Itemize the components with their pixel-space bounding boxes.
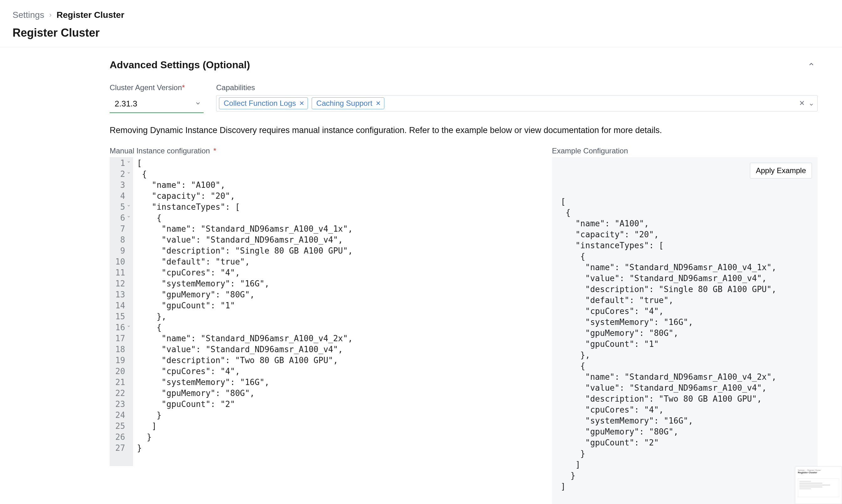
example-config-label: Example Configuration xyxy=(552,146,818,155)
code-line[interactable]: { xyxy=(137,322,353,333)
apply-example-button[interactable]: Apply Example xyxy=(750,163,812,178)
required-mark: * xyxy=(182,83,185,92)
code-line[interactable]: "name": "Standard_ND96amsr_A100_v4_1x", xyxy=(137,223,353,234)
line-number: 12 xyxy=(115,278,125,289)
capabilities-label: Capabilities xyxy=(216,83,818,92)
line-number: 24 xyxy=(115,410,125,421)
line-number: 21 xyxy=(115,377,125,388)
breadcrumb-current: Register Cluster xyxy=(57,10,124,20)
capabilities-input[interactable]: Collect Function Logs✕Caching Support✕ ✕… xyxy=(216,95,818,111)
line-number: 17 xyxy=(115,333,125,344)
line-number: 1 xyxy=(115,158,125,169)
line-number: 23 xyxy=(115,399,125,410)
code-line[interactable]: { xyxy=(137,169,353,180)
line-number: 16 xyxy=(115,322,125,333)
capability-chip[interactable]: Collect Function Logs✕ xyxy=(219,97,308,109)
line-number: 20 xyxy=(115,366,125,377)
example-code: [ { "name": "A100", "capacity": "20", "i… xyxy=(561,196,810,492)
required-mark: * xyxy=(213,146,216,155)
clear-all-icon[interactable]: ✕ xyxy=(799,99,805,107)
line-number: 8 xyxy=(115,234,125,246)
line-number: 26 xyxy=(115,432,125,443)
code-line[interactable]: } xyxy=(137,443,353,454)
editor-body[interactable]: [ { "name": "A100", "capacity": "20", "i… xyxy=(133,157,353,466)
code-line[interactable]: "gpuMemory": "80G", xyxy=(137,289,353,300)
capability-chip-label: Collect Function Logs xyxy=(224,99,296,108)
manual-config-editor[interactable]: 1234567891011121314151617181920212223242… xyxy=(110,157,542,466)
version-label: Cluster Agent Version* xyxy=(110,83,204,92)
version-value: 2.31.3 xyxy=(115,99,137,109)
breadcrumb: Settings › Register Cluster xyxy=(0,0,842,22)
capability-chip-label: Caching Support xyxy=(316,99,372,108)
code-line[interactable]: } xyxy=(137,410,353,421)
chevron-down-icon xyxy=(195,99,201,109)
line-number: 15 xyxy=(115,311,125,322)
code-line[interactable]: [ xyxy=(137,158,353,169)
version-select[interactable]: 2.31.3 xyxy=(110,95,204,113)
code-line[interactable]: "name": "A100", xyxy=(137,180,353,191)
line-number: 2 xyxy=(115,169,125,180)
line-number: 4 xyxy=(115,191,125,202)
line-number: 11 xyxy=(115,267,125,278)
fold-toggle-icon[interactable] xyxy=(127,324,131,329)
fold-toggle-icon[interactable] xyxy=(127,160,131,164)
code-line[interactable]: "name": "Standard_ND96amsr_A100_v4_2x", xyxy=(137,333,353,344)
section-collapse-toggle[interactable] xyxy=(805,61,818,70)
code-line[interactable]: "cpuCores": "4", xyxy=(137,366,353,377)
fold-toggle-icon[interactable] xyxy=(127,204,131,208)
fold-toggle-icon[interactable] xyxy=(127,171,131,175)
line-number: 13 xyxy=(115,289,125,300)
code-line[interactable]: { xyxy=(137,213,353,223)
capability-chip[interactable]: Caching Support✕ xyxy=(312,97,384,109)
minimap-preview[interactable]: Settings › Register Cluster Register Clu… xyxy=(795,466,842,504)
manual-config-label: Manual Instance configuration * xyxy=(110,146,542,155)
remove-chip-icon[interactable]: ✕ xyxy=(299,100,304,106)
section-title: Advanced Settings (Optional) xyxy=(110,59,250,71)
line-number: 19 xyxy=(115,355,125,366)
fold-toggle-icon[interactable] xyxy=(127,215,131,219)
code-line[interactable]: }, xyxy=(137,311,353,322)
code-line[interactable]: ] xyxy=(137,421,353,432)
line-number: 9 xyxy=(115,246,125,256)
code-line[interactable]: "value": "Standard_ND96amsr_A100_v4", xyxy=(137,344,353,355)
chevron-down-icon[interactable]: ⌄ xyxy=(808,99,814,107)
code-line[interactable]: "gpuCount": "1" xyxy=(137,300,353,311)
line-number: 3 xyxy=(115,180,125,191)
code-line[interactable]: "description": "Single 80 GB A100 GPU", xyxy=(137,246,353,256)
code-line[interactable]: "cpuCores": "4", xyxy=(137,267,353,278)
code-line[interactable]: "capacity": "20", xyxy=(137,191,353,202)
line-number: 25 xyxy=(115,421,125,432)
page-title: Register Cluster xyxy=(0,22,842,47)
line-number: 5 xyxy=(115,202,125,213)
example-config-panel: Apply Example [ { "name": "A100", "capac… xyxy=(552,157,818,504)
line-number: 6 xyxy=(115,213,125,223)
code-line[interactable]: "instanceTypes": [ xyxy=(137,202,353,213)
code-line[interactable]: "systemMemory": "16G", xyxy=(137,278,353,289)
editor-gutter: 1234567891011121314151617181920212223242… xyxy=(110,157,133,466)
line-number: 27 xyxy=(115,443,125,454)
line-number: 7 xyxy=(115,223,125,234)
code-line[interactable]: "value": "Standard_ND96amsr_A100_v4", xyxy=(137,234,353,246)
line-number: 10 xyxy=(115,256,125,267)
code-line[interactable]: "gpuMemory": "80G", xyxy=(137,388,353,399)
chevron-right-icon: › xyxy=(49,11,51,19)
code-line[interactable]: "systemMemory": "16G", xyxy=(137,377,353,388)
line-number: 18 xyxy=(115,344,125,355)
remove-chip-icon[interactable]: ✕ xyxy=(375,100,381,106)
code-line[interactable]: "description": "Two 80 GB A100 GPU", xyxy=(137,355,353,366)
code-line[interactable]: "default": "true", xyxy=(137,256,353,267)
discovery-note: Removing Dynamic Instance Discovery requ… xyxy=(110,126,818,146)
code-line[interactable]: } xyxy=(137,432,353,443)
line-number: 14 xyxy=(115,300,125,311)
breadcrumb-root[interactable]: Settings xyxy=(13,10,44,20)
code-line[interactable]: "gpuCount": "2" xyxy=(137,399,353,410)
line-number: 22 xyxy=(115,388,125,399)
